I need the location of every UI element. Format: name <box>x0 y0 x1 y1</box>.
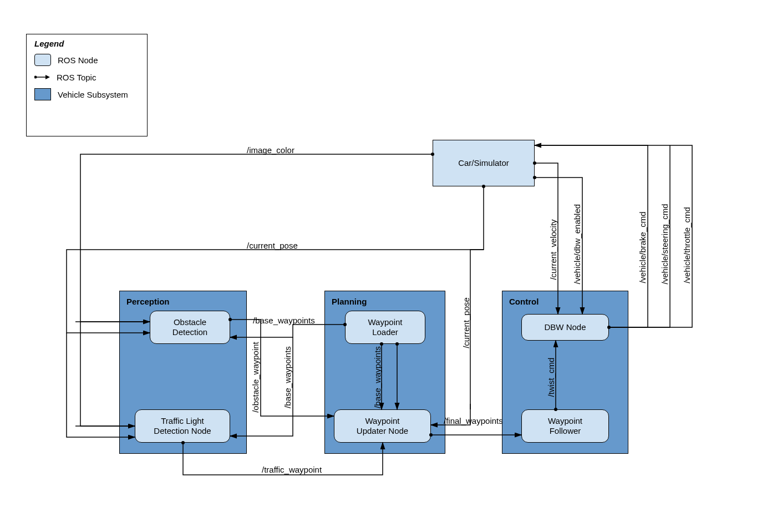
legend-row-ros-node: ROS Node <box>34 54 139 66</box>
current-velocity-label: /current_velocity <box>548 219 558 280</box>
car-simulator-node: Car/Simulator <box>433 140 535 186</box>
obstacle-detection-node: Obstacle Detection <box>150 311 230 344</box>
current-pose-h-label: /current_pose <box>247 241 298 250</box>
legend-vehicle-subsystem-label: Vehicle Subsystem <box>58 90 128 99</box>
ros-topic-swatch <box>34 72 50 83</box>
perception-title: Perception <box>120 291 246 312</box>
traffic-light-detection-node: Traffic Light Detection Node <box>135 409 230 443</box>
final-waypoints-label: /final_waypoints <box>444 416 503 425</box>
current-pose-v-label: /current_pose <box>461 297 471 348</box>
base-waypoints-2-label: /base_waypoints <box>283 346 292 408</box>
control-title: Control <box>502 291 628 312</box>
vehicle-subsystem-swatch <box>34 88 51 100</box>
brake-cmd-label: /vehicle/brake_cmd <box>638 211 647 283</box>
legend-ros-topic-label: ROS Topic <box>57 73 96 82</box>
waypoint-loader-node: Waypoint Loader <box>345 311 425 344</box>
base-waypoints-1-label: /base_waypoints <box>253 316 315 325</box>
traffic-waypoint-label: /traffic_waypoint <box>262 465 322 474</box>
waypoint-follower-node: Waypoint Follower <box>521 409 609 443</box>
dbw-node: DBW Node <box>521 314 609 341</box>
throttle-cmd-label: /vehicle/throttle_cmd <box>682 207 692 283</box>
ros-node-swatch <box>34 54 51 66</box>
svg-point-1 <box>34 76 37 79</box>
legend-panel: Legend ROS Node ROS Topic Vehicle Subsys… <box>26 34 148 136</box>
svg-marker-2 <box>45 75 50 79</box>
waypoint-updater-node: Waypoint Updater Node <box>334 409 431 443</box>
image-color-label: /image_color <box>247 145 294 155</box>
legend-row-ros-topic: ROS Topic <box>34 72 139 83</box>
twist-cmd-label: /twist_cmd <box>546 358 556 397</box>
base-waypoints-3-label: /base_waypoints <box>373 346 382 408</box>
legend-ros-node-label: ROS Node <box>58 55 98 65</box>
planning-title: Planning <box>325 291 445 312</box>
legend-title: Legend <box>34 39 139 48</box>
obstacle-waypoint-label: /obstacle_waypoint <box>251 342 260 413</box>
dbw-enabled-label: /vehicle/dbw_enabled <box>572 204 582 284</box>
steering-cmd-label: /vehicle/steering_cmd <box>660 204 669 284</box>
legend-row-vehicle-subsystem: Vehicle Subsystem <box>34 88 139 100</box>
